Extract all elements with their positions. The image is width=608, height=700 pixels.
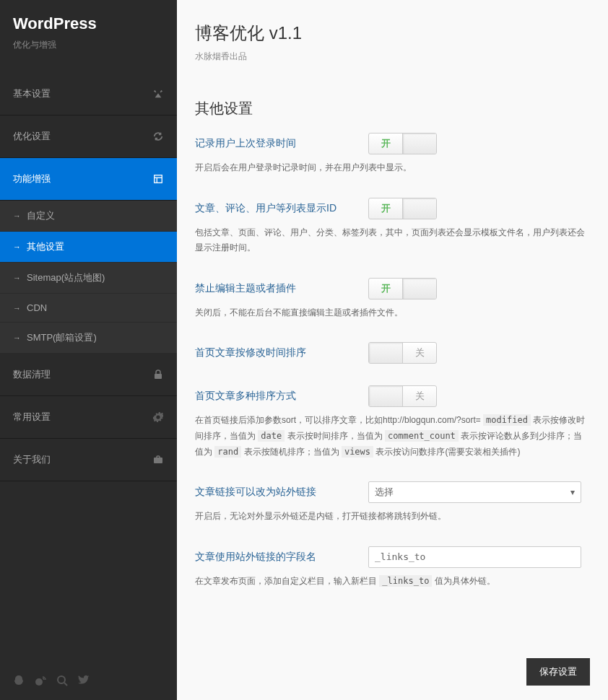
setting-label: 文章、评论、用户等列表显示ID bbox=[195, 202, 339, 215]
qq-icon[interactable] bbox=[13, 675, 25, 689]
setting-label: 文章链接可以改为站外链接 bbox=[195, 486, 339, 499]
nav-item-cleanup[interactable]: 数据清理 bbox=[0, 354, 177, 396]
nav-label: 功能增强 bbox=[13, 172, 51, 185]
sub-item-smtp[interactable]: → SMTP(邮箱设置) bbox=[0, 323, 177, 354]
footer-bar: 保存设置 bbox=[177, 647, 608, 700]
main-header: 博客优化 v1.1 水脉烟香出品 bbox=[177, 0, 608, 81]
nav-label: 数据清理 bbox=[13, 368, 51, 381]
sub-item-custom[interactable]: → 自定义 bbox=[0, 201, 177, 232]
nav-item-about[interactable]: 关于我们 bbox=[0, 439, 177, 481]
setting-row: 首页文章多种排序方式关在首页链接后添加参数sort，可以排序文章，比如http:… bbox=[195, 385, 590, 460]
sub-item-other[interactable]: → 其他设置 bbox=[0, 232, 177, 263]
search-icon[interactable] bbox=[56, 675, 68, 689]
twitter-icon[interactable] bbox=[78, 675, 90, 689]
sidebar: WordPress 优化与增强 基本设置 优化设置 功能增强 → 自定义 bbox=[0, 0, 177, 700]
setting-row: 首页文章按修改时间排序关 bbox=[195, 342, 590, 364]
sub-item-cdn[interactable]: → CDN bbox=[0, 294, 177, 323]
nav-label: 常用设置 bbox=[13, 411, 51, 424]
weibo-icon[interactable] bbox=[35, 675, 46, 689]
toggle-switch[interactable]: 开 bbox=[368, 198, 437, 219]
sub-label: SMTP(邮箱设置) bbox=[27, 331, 97, 344]
text-input[interactable] bbox=[368, 546, 581, 568]
setting-row: 记录用户上次登录时间开开启后会在用户登录时记录时间，并在用户列表中显示。 bbox=[195, 133, 590, 176]
main-content: 博客优化 v1.1 水脉烟香出品 其他设置 记录用户上次登录时间开开启后会在用户… bbox=[177, 0, 608, 700]
setting-row: 文章使用站外链接的字段名在文章发布页面，添加自定义栏目，输入新栏目 _links… bbox=[195, 546, 590, 590]
briefcase-icon bbox=[152, 454, 164, 465]
sub-item-sitemap[interactable]: → Sitemap(站点地图) bbox=[0, 263, 177, 294]
nav-item-common[interactable]: 常用设置 bbox=[0, 396, 177, 439]
setting-label: 首页文章多种排序方式 bbox=[195, 390, 339, 403]
section-title: 其他设置 bbox=[177, 81, 608, 126]
setting-description: 开启后，无论对外显示外链还是内链，打开链接都将跳转到外链。 bbox=[195, 509, 590, 525]
sidebar-footer bbox=[0, 664, 177, 700]
svg-line-7 bbox=[64, 683, 67, 686]
save-button[interactable]: 保存设置 bbox=[526, 658, 590, 686]
svg-rect-0 bbox=[155, 175, 162, 183]
arrow-right-icon: → bbox=[13, 333, 21, 342]
sub-label: Sitemap(站点地图) bbox=[27, 271, 105, 284]
nav-label: 关于我们 bbox=[13, 453, 51, 466]
sidebar-header: WordPress 优化与增强 bbox=[0, 0, 177, 73]
setting-description: 包括文章、页面、评论、用户、分类、标签列表，其中，页面列表还会显示模板文件名，用… bbox=[195, 225, 590, 256]
arrow-right-icon: → bbox=[13, 304, 21, 312]
select-dropdown[interactable]: 选择 bbox=[368, 481, 581, 503]
refresh-icon bbox=[152, 131, 164, 142]
toggle-switch[interactable]: 关 bbox=[368, 342, 437, 364]
toggle-switch[interactable]: 开 bbox=[368, 278, 437, 299]
nav-item-basic[interactable]: 基本设置 bbox=[0, 73, 177, 115]
setting-row: 文章链接可以改为站外链接选择开启后，无论对外显示外链还是内链，打开链接都将跳转到… bbox=[195, 481, 590, 525]
lock-icon bbox=[152, 369, 164, 380]
sub-label: 自定义 bbox=[27, 209, 55, 222]
page-title: 博客优化 v1.1 bbox=[195, 22, 590, 45]
setting-label: 首页文章按修改时间排序 bbox=[195, 346, 339, 359]
nav-label: 优化设置 bbox=[13, 130, 51, 143]
setting-description: 开启后会在用户登录时记录时间，并在用户列表中显示。 bbox=[195, 160, 590, 176]
arrow-right-icon: → bbox=[13, 211, 21, 220]
settings-list: 记录用户上次登录时间开开启后会在用户登录时记录时间，并在用户列表中显示。文章、评… bbox=[177, 126, 608, 632]
toggle-switch[interactable]: 关 bbox=[368, 385, 437, 407]
svg-point-5 bbox=[35, 678, 43, 686]
sidebar-subtitle: 优化与增强 bbox=[13, 39, 164, 51]
arrow-right-icon: → bbox=[13, 242, 21, 251]
setting-description: 关闭后，不能在后台不能直接编辑主题或者插件文件。 bbox=[195, 305, 590, 321]
svg-point-6 bbox=[58, 676, 65, 683]
setting-label: 文章使用站外链接的字段名 bbox=[195, 551, 339, 564]
setting-label: 记录用户上次登录时间 bbox=[195, 137, 339, 150]
layout-icon bbox=[152, 173, 164, 185]
toggle-switch[interactable]: 开 bbox=[368, 133, 437, 154]
setting-description: 在首页链接后添加参数sort，可以排序文章，比如http://blogqun.c… bbox=[195, 413, 590, 460]
sub-label: 其他设置 bbox=[27, 240, 64, 253]
setting-row: 文章、评论、用户等列表显示ID开包括文章、页面、评论、用户、分类、标签列表，其中… bbox=[195, 198, 590, 256]
setting-row: 禁止编辑主题或者插件开关闭后，不能在后台不能直接编辑主题或者插件文件。 bbox=[195, 278, 590, 321]
gear-icon bbox=[152, 411, 164, 423]
page-subtitle: 水脉烟香出品 bbox=[195, 51, 590, 63]
arrow-right-icon: → bbox=[13, 274, 21, 282]
svg-rect-3 bbox=[155, 374, 162, 379]
setting-label: 禁止编辑主题或者插件 bbox=[195, 282, 339, 295]
nav-item-optimize[interactable]: 优化设置 bbox=[0, 115, 177, 158]
nav-label: 基本设置 bbox=[13, 87, 51, 100]
nav-item-enhance[interactable]: 功能增强 bbox=[0, 158, 177, 201]
sub-label: CDN bbox=[27, 302, 47, 313]
tools-icon bbox=[152, 88, 164, 100]
sidebar-title: WordPress bbox=[13, 14, 164, 33]
svg-rect-4 bbox=[154, 458, 162, 463]
setting-description: 在文章发布页面，添加自定义栏目，输入新栏目 _links_to 值为具体外链。 bbox=[195, 574, 590, 590]
